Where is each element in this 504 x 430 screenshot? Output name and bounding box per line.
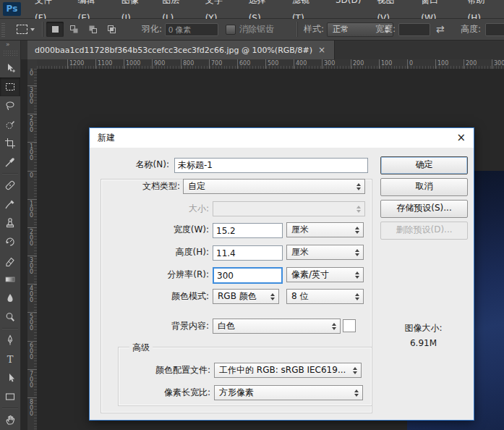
ruler-tick bbox=[237, 59, 238, 69]
image-size-label: 图像大小: bbox=[380, 322, 466, 334]
height-label: 高度: bbox=[461, 19, 481, 40]
tab-close-icon[interactable]: × bbox=[312, 45, 331, 55]
feather-input[interactable] bbox=[165, 23, 218, 36]
spinner-arrows-icon bbox=[355, 271, 359, 279]
resolution-input[interactable] bbox=[213, 267, 283, 284]
lasso-tool-icon bbox=[4, 100, 16, 111]
new-selection-button[interactable] bbox=[46, 22, 64, 37]
dialog-title: 新建 bbox=[98, 128, 115, 148]
name-input[interactable] bbox=[174, 158, 368, 173]
tool-preset-picker[interactable] bbox=[12, 22, 39, 37]
background-select[interactable]: 白色 bbox=[213, 319, 341, 334]
new-document-dialog: 新建 × 名称(N): 确定 取消 存储预设(S)... 删除预设(D)... … bbox=[89, 127, 474, 421]
blur-tool-icon bbox=[4, 292, 16, 304]
ruler-tick bbox=[27, 142, 37, 143]
rectangle-tool-button[interactable] bbox=[0, 387, 20, 406]
gradient-tool-button[interactable] bbox=[0, 270, 20, 289]
move-tool-button[interactable] bbox=[0, 59, 20, 77]
ruler-label: 0 bbox=[409, 60, 413, 67]
path-selection-tool-button[interactable] bbox=[0, 368, 20, 387]
ruler-tick bbox=[67, 59, 68, 69]
ruler-tick bbox=[27, 171, 37, 172]
width-unit-select[interactable]: 厘米 bbox=[286, 222, 364, 237]
antialias-checkbox[interactable] bbox=[226, 25, 236, 35]
vertical-ruler[interactable]: 4 0 03 0 02 0 01 0 001 0 02 0 03 0 04 0 … bbox=[27, 69, 38, 430]
clone-stamp-tool-button[interactable] bbox=[0, 214, 20, 232]
save-preset-button[interactable]: 存储预设(S)... bbox=[380, 200, 468, 218]
intersect-selection-button[interactable] bbox=[103, 22, 120, 37]
height-input[interactable] bbox=[485, 23, 504, 36]
eyedropper-tool-button[interactable] bbox=[0, 153, 20, 172]
ruler-origin-corner[interactable] bbox=[27, 59, 38, 69]
crop-tool-button[interactable] bbox=[0, 134, 20, 153]
ruler-label: 300 bbox=[324, 60, 335, 67]
dialog-titlebar[interactable]: 新建 × bbox=[90, 128, 474, 148]
resolution-unit-select[interactable]: 像素/英寸 bbox=[286, 267, 364, 282]
svg-text:T: T bbox=[7, 354, 14, 365]
ruler-label: 1100 bbox=[98, 60, 112, 67]
divider bbox=[296, 22, 298, 37]
color-profile-select[interactable]: 工作中的 RGB: sRGB IEC619... bbox=[214, 363, 362, 378]
options-bar: 羽化: 消除锯齿 样式: 正常 宽度: ⇄ 高度: bbox=[0, 19, 504, 41]
ruler-label: 800 bbox=[183, 60, 194, 67]
ruler-label: 100 bbox=[437, 60, 448, 67]
clone-stamp-tool-icon bbox=[4, 217, 16, 229]
feather-label: 羽化: bbox=[142, 19, 162, 40]
resolution-label: 分辨率(R): bbox=[129, 267, 209, 282]
dodge-tool-button[interactable] bbox=[0, 308, 20, 326]
ruler-label: 6 0 0 bbox=[30, 343, 33, 361]
menu-bar: Ps 文件(F)编辑(E)图像(I)图层(L)文字(Y)选择(S)滤镜(T)3D… bbox=[0, 0, 504, 19]
subtract-from-selection-button[interactable] bbox=[84, 22, 101, 37]
width-input[interactable] bbox=[398, 23, 430, 36]
history-brush-tool-button[interactable] bbox=[0, 232, 20, 251]
ruler-label: 4 0 0 bbox=[30, 69, 33, 77]
blur-tool-button[interactable] bbox=[0, 289, 20, 308]
divider bbox=[42, 22, 43, 37]
antialias-label: 消除锯齿 bbox=[239, 19, 274, 40]
pen-tool-button[interactable] bbox=[0, 331, 20, 350]
brush-tool-button[interactable] bbox=[0, 195, 20, 214]
ruler-tick bbox=[27, 341, 37, 342]
dialog-close-icon[interactable]: × bbox=[456, 128, 466, 148]
photoshop-logo: Ps bbox=[3, 2, 21, 16]
hand-tool-button[interactable] bbox=[0, 410, 20, 429]
quick-selection-tool-button[interactable] bbox=[0, 115, 20, 134]
document-tab[interactable]: d000baa1cd11728bf364b53ccefcc3cec3fd2c66… bbox=[27, 41, 335, 59]
type-tool-button[interactable]: T bbox=[0, 350, 20, 368]
subtract-from-selection-icon bbox=[88, 25, 98, 34]
spinner-arrows-icon bbox=[356, 183, 361, 190]
width-input[interactable] bbox=[213, 223, 283, 238]
spinner-arrows-icon bbox=[332, 323, 336, 330]
tool-separator bbox=[2, 173, 18, 174]
document-type-select[interactable]: 自定 bbox=[183, 179, 365, 194]
swap-dimensions-icon[interactable]: ⇄ bbox=[436, 19, 445, 40]
height-input[interactable] bbox=[213, 245, 283, 261]
eraser-tool-button[interactable] bbox=[0, 251, 20, 270]
color-mode-select[interactable]: RGB 颜色 bbox=[213, 289, 279, 304]
collapse-panel-button[interactable]: » bbox=[0, 41, 20, 48]
pixel-aspect-select[interactable]: 方形像素 bbox=[214, 385, 363, 400]
rectangular-marquee-tool-button[interactable] bbox=[0, 77, 20, 96]
bit-depth-select[interactable]: 8 位 bbox=[286, 289, 364, 304]
ruler-tick bbox=[27, 256, 37, 256]
ruler-tick bbox=[27, 227, 37, 228]
horizontal-ruler[interactable]: 1200110010009008007006005004003002001000… bbox=[37, 59, 504, 69]
background-color-swatch[interactable] bbox=[343, 319, 356, 332]
gradient-tool-icon bbox=[4, 274, 16, 285]
healing-brush-tool-button[interactable] bbox=[0, 176, 20, 195]
ruler-label: 1200 bbox=[69, 60, 84, 67]
height-label: 高度(H): bbox=[129, 245, 209, 260]
delete-preset-button: 删除预设(D)... bbox=[380, 222, 468, 240]
tool-list: T bbox=[0, 59, 20, 429]
cancel-button[interactable]: 取消 bbox=[380, 178, 468, 196]
ok-button[interactable]: 确定 bbox=[380, 156, 468, 174]
hand-tool-icon bbox=[4, 414, 16, 426]
ruler-tick bbox=[27, 114, 37, 114]
height-unit-select[interactable]: 厘米 bbox=[286, 245, 364, 260]
ruler-tick bbox=[379, 59, 380, 69]
ruler-tick bbox=[435, 59, 436, 69]
ruler-tick bbox=[27, 85, 37, 86]
lasso-tool-button[interactable] bbox=[0, 96, 20, 115]
add-to-selection-button[interactable] bbox=[65, 22, 82, 37]
ruler-tick bbox=[492, 59, 492, 69]
